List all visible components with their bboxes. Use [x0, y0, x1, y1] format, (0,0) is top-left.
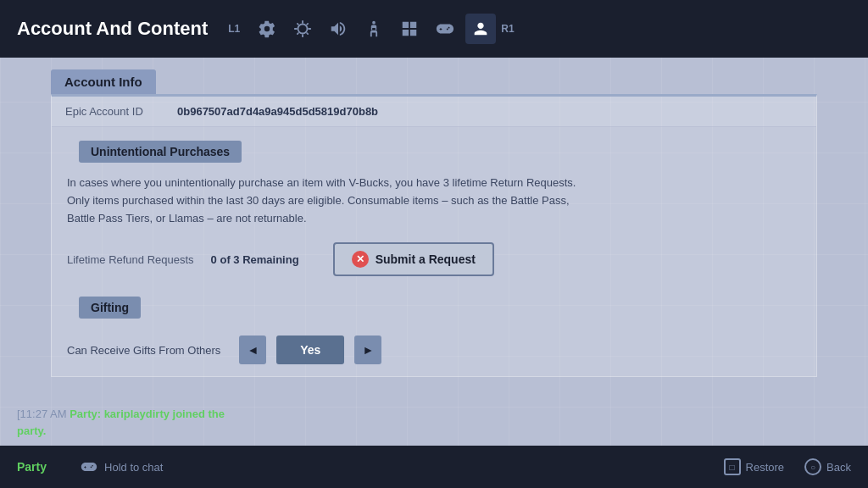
- gifting-header: Gifting: [79, 297, 141, 319]
- bottom-right-actions: □ Restore ○ Back: [724, 458, 851, 475]
- hold-chat-label: Hold to chat: [104, 461, 163, 474]
- top-navigation-bar: Account And Content L1 R1: [0, 0, 868, 58]
- gifting-left-arrow-button[interactable]: ◄: [239, 336, 266, 364]
- gifting-row: Can Receive Gifts From Others ◄ Yes ►: [52, 327, 816, 376]
- account-id-label: Epic Account ID: [65, 105, 167, 118]
- back-badge: ○: [804, 458, 821, 475]
- restore-badge: □: [724, 458, 741, 475]
- page-title: Account And Content: [17, 18, 208, 40]
- restore-action[interactable]: □ Restore: [724, 458, 785, 475]
- main-content: Account Info Epic Account ID 0b967507ad7…: [0, 58, 868, 377]
- user-icon[interactable]: [465, 14, 496, 44]
- left-arrow-icon: ◄: [247, 343, 259, 357]
- restore-label: Restore: [746, 461, 785, 474]
- accessibility-icon[interactable]: [359, 14, 389, 44]
- brightness-icon[interactable]: [287, 14, 318, 44]
- account-id-value: 0b967507ad7d4a9a945d5d5819d70b8b: [177, 105, 378, 118]
- back-label: Back: [826, 461, 851, 474]
- gifting-current-value: Yes: [300, 343, 320, 357]
- gifting-right-arrow-button[interactable]: ►: [354, 336, 381, 364]
- gifting-value-display: Yes: [276, 336, 344, 364]
- chat-message: [11:27 AM Party: kariplaydirty joined th…: [17, 406, 237, 439]
- unintentional-purchases-section: Unintentional Purchases: [52, 127, 816, 171]
- right-arrow-icon: ►: [362, 343, 374, 357]
- tab-account-info[interactable]: Account Info: [51, 69, 156, 94]
- grid-icon[interactable]: [394, 14, 425, 44]
- volume-icon[interactable]: [323, 14, 353, 44]
- chat-controller-icon: [81, 458, 97, 475]
- content-panel: Epic Account ID 0b967507ad7d4a9a945d5d58…: [51, 94, 817, 377]
- refund-label: Lifetime Refund Requests: [67, 253, 194, 266]
- party-label: Party: [17, 460, 47, 474]
- account-id-row: Epic Account ID 0b967507ad7d4a9a945d5d58…: [52, 97, 816, 127]
- hold-chat-hint: Hold to chat: [81, 458, 163, 475]
- controller-icon[interactable]: [430, 14, 460, 44]
- l1-button-hint: L1: [228, 23, 240, 35]
- gifting-receive-label: Can Receive Gifts From Others: [67, 344, 220, 357]
- nav-icon-group: [252, 14, 496, 44]
- description-content: In cases where you unintentionally purch…: [67, 176, 576, 225]
- bottom-bar: Party Hold to chat □ Restore ○ Back: [0, 446, 868, 488]
- submit-button-label: Submit a Request: [376, 252, 476, 266]
- back-action[interactable]: ○ Back: [804, 458, 851, 475]
- r1-button-hint: R1: [501, 23, 514, 35]
- x-circle-icon: ✕: [352, 251, 369, 268]
- refund-row: Lifetime Refund Requests 0 of 3 Remainin…: [52, 236, 816, 288]
- gifting-section: Gifting: [52, 288, 816, 327]
- settings-icon[interactable]: [252, 14, 282, 44]
- description-text: In cases where you unintentionally purch…: [52, 171, 816, 236]
- unintentional-purchases-header: Unintentional Purchases: [79, 141, 242, 163]
- chat-time: [11:27 AM: [17, 408, 67, 420]
- submit-request-button[interactable]: ✕ Submit a Request: [333, 242, 494, 276]
- refund-count: 0 of 3 Remaining: [211, 253, 299, 266]
